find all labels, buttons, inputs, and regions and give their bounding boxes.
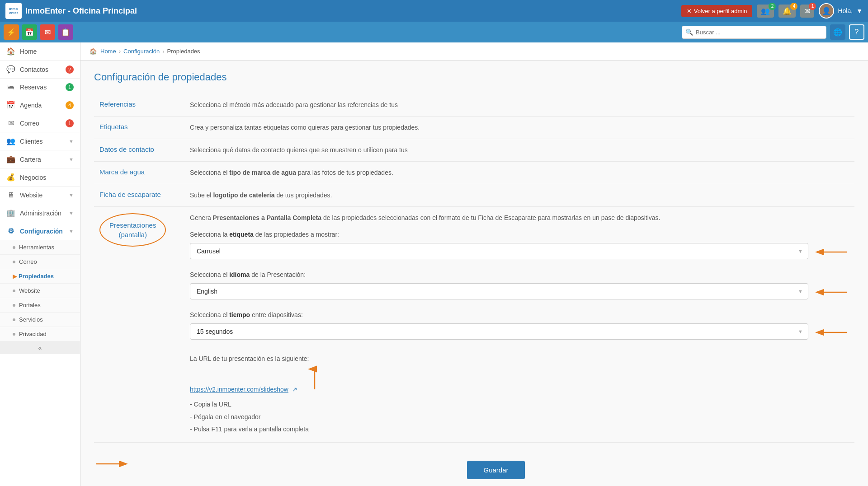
tiempo-select[interactable]: 5 segundos 10 segundos 15 segundos 20 se… — [190, 323, 808, 340]
idioma-select-wrap: English Español Français — [190, 283, 808, 299]
user-area[interactable]: 👤 Hola, ▼ — [819, 3, 863, 19]
etiqueta-arrow-annotation — [813, 246, 849, 262]
sidebar-sub-correo[interactable]: Correo — [0, 255, 80, 269]
portfolio-icon: 💼 — [6, 155, 15, 164]
x-icon: ✕ — [687, 8, 692, 14]
agenda-badge: 4 — [66, 101, 74, 109]
chevron-right-icon-2: ▼ — [69, 157, 74, 162]
settings-label-marca-agua[interactable]: Marca de agua — [94, 162, 184, 184]
save-arrow-annotation — [94, 457, 130, 472]
url-section: La URL de tu presentación es la siguient… — [190, 353, 849, 435]
bed-icon: 🛏 — [6, 83, 15, 91]
sub-dot-herramientas — [13, 246, 15, 249]
calendar-icon-btn[interactable]: 📅 — [22, 24, 37, 40]
chevron-right-icon-4: ▼ — [69, 210, 74, 216]
contacts-badge: 2 — [769, 3, 776, 10]
contactos-badge: 2 — [66, 65, 74, 74]
presentaciones-oval[interactable]: Presentaciones(pantalla) — [99, 213, 166, 247]
sidebar-sub-privacidad[interactable]: Privacidad — [0, 327, 80, 341]
envelope-icon: ✉ — [6, 119, 15, 127]
sidebar-sub-website[interactable]: Website — [0, 284, 80, 298]
instruction-1: - Copia la URL — [190, 399, 849, 410]
dashboard-icon-btn[interactable]: ⚡ — [4, 24, 19, 40]
back-admin-button[interactable]: ✕ Volver a perfil admin — [681, 5, 753, 17]
page-title: Configuración de propiedades — [94, 71, 854, 83]
sidebar-item-cartera[interactable]: 💼 Cartera ▼ — [0, 150, 80, 168]
sub-dot-privacidad — [13, 333, 15, 336]
second-bar: ⚡ 📅 ✉ 📋 🔍 🌐 ? — [0, 22, 868, 42]
table-row-referencias: Referencias Selecciona el método más ade… — [94, 94, 854, 117]
search-input[interactable] — [682, 26, 826, 39]
breadcrumb-sep-1: › — [119, 48, 121, 55]
mail-icon-btn[interactable]: ✉ — [40, 24, 55, 40]
sidebar-item-clientes[interactable]: 👥 Clientes ▼ — [0, 132, 80, 150]
sidebar-toggle-button[interactable]: « — [0, 341, 80, 354]
mail-button[interactable]: ✉ 1 — [800, 5, 814, 18]
calendar-icon: 📅 — [6, 101, 15, 109]
tiempo-arrow-annotation — [813, 326, 849, 343]
form-label-tiempo: Selecciona el tiempo entre diapositivas: — [190, 310, 849, 320]
settings-label-ficha-escaparate[interactable]: Ficha de escaparate — [94, 184, 184, 207]
url-instructions: - Copia la URL - Pégala en el navegador … — [190, 399, 849, 435]
breadcrumb-home-link[interactable]: Home — [100, 48, 116, 55]
sidebar-sub-herramientas[interactable]: Herramientas — [0, 240, 80, 255]
sidebar-item-contactos[interactable]: 💬 Contactos 2 — [0, 61, 80, 79]
settings-desc-etiquetas: Crea y personaliza tantas etiquetas como… — [184, 117, 854, 139]
settings-label-etiquetas[interactable]: Etiquetas — [94, 117, 184, 139]
settings-label-referencias[interactable]: Referencias — [94, 94, 184, 117]
sidebar-item-negocios[interactable]: 💰 Negocios — [0, 168, 80, 187]
sub-dot-servicios — [13, 318, 15, 321]
logo-area: inmoenter InmoEnter - Oficina Principal — [5, 3, 137, 19]
breadcrumb: 🏠 Home › Configuración › Propiedades — [80, 42, 868, 61]
tiempo-select-wrap: 5 segundos 10 segundos 15 segundos 20 se… — [190, 323, 808, 340]
admin-icon: 🏢 — [6, 209, 15, 217]
arrow-left-svg — [813, 246, 849, 258]
guardar-button[interactable]: Guardar — [467, 461, 524, 479]
main-layout: 🏠 Home 💬 Contactos 2 🛏 Reservas 1 📅 Agen… — [0, 42, 868, 486]
url-up-arrow-annotation — [308, 364, 321, 395]
sidebar-item-reservas[interactable]: 🛏 Reservas 1 — [0, 79, 80, 96]
sidebar: 🏠 Home 💬 Contactos 2 🛏 Reservas 1 📅 Agen… — [0, 42, 80, 486]
sidebar-sub-servicios[interactable]: Servicios — [0, 313, 80, 327]
contacts-icon-button[interactable]: 👥 2 — [757, 5, 774, 18]
search-input-wrap: 🔍 — [682, 26, 826, 39]
sidebar-item-agenda[interactable]: 📅 Agenda 4 — [0, 96, 80, 114]
settings-label-datos-contacto[interactable]: Datos de contacto — [94, 139, 184, 162]
tiempo-row: 5 segundos 10 segundos 15 segundos 20 se… — [190, 323, 849, 349]
sidebar-item-administracion[interactable]: 🏢 Administración ▼ — [0, 204, 80, 222]
sidebar-item-configuracion[interactable]: ⚙ Configuración ▼ — [0, 222, 80, 240]
sidebar-sub-portales[interactable]: Portales — [0, 298, 80, 313]
monitor-icon: 🖥 — [6, 191, 15, 199]
settings-desc-presentaciones: Genera Presentaciones a Pantalla Complet… — [184, 207, 854, 443]
sidebar-sub-propiedades[interactable]: ▶ Propiedades — [0, 269, 80, 284]
help-button[interactable]: ? — [849, 24, 864, 40]
etiqueta-select[interactable]: Carrusel Todas Destacadas — [190, 243, 808, 259]
search-icon: 🔍 — [685, 28, 693, 36]
avatar-inner: 👤 — [820, 4, 833, 18]
bell-button[interactable]: 🔔 4 — [778, 5, 796, 18]
instruction-2: - Pégala en el navegador — [190, 411, 849, 423]
sidebar-item-correo[interactable]: ✉ Correo 1 — [0, 114, 80, 132]
app-title: InmoEnter - Oficina Principal — [25, 6, 137, 16]
idioma-select[interactable]: English Español Français — [190, 283, 808, 299]
instruction-3: - Pulsa F11 para verla a pantalla comple… — [190, 424, 849, 435]
arrow-left-svg-3 — [813, 326, 849, 339]
save-row: Guardar — [94, 450, 854, 479]
sidebar-item-home[interactable]: 🏠 Home — [0, 42, 80, 61]
etiqueta-select-wrap: Carrusel Todas Destacadas — [190, 243, 808, 259]
etiqueta-row: Carrusel Todas Destacadas — [190, 243, 849, 268]
settings-desc-marca-agua: Selecciona el tipo de marca de agua para… — [184, 162, 854, 184]
breadcrumb-config-link[interactable]: Configuración — [123, 48, 160, 55]
globe-button[interactable]: 🌐 — [830, 24, 845, 40]
home-bc-icon: 🏠 — [90, 48, 97, 55]
sidebar-sub-menu: Herramientas Correo ▶ Propiedades Websit… — [0, 240, 80, 341]
sidebar-item-website[interactable]: 🖥 Website ▼ — [0, 187, 80, 204]
settings-label-presentaciones[interactable]: Presentaciones(pantalla) — [94, 207, 184, 443]
form-label-etiqueta: Selecciona la etiqueta de las propiedade… — [190, 230, 849, 239]
table-row-marca-agua: Marca de agua Selecciona el tipo de marc… — [94, 162, 854, 184]
form-label-idioma: Selecciona el idioma de la Presentación: — [190, 270, 849, 280]
sub-dot-portales — [13, 304, 15, 307]
briefcase-icon-btn[interactable]: 📋 — [58, 24, 73, 40]
external-link-icon: ↗ — [292, 386, 297, 393]
url-link[interactable]: https://v2.inmoenter.com/slideshow — [190, 386, 288, 393]
